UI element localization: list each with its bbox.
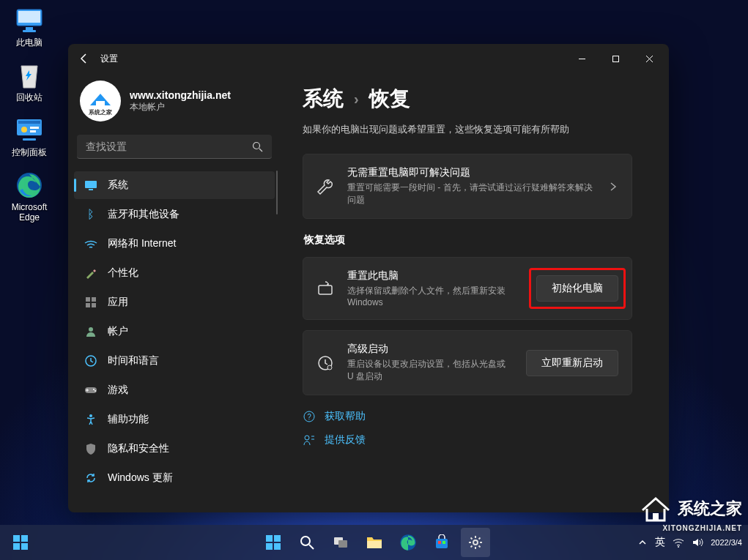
nav-label: 蓝牙和其他设备 <box>108 208 179 221</box>
desktop-icon-recycle-bin[interactable]: 回收站 <box>4 61 54 102</box>
svg-rect-50 <box>338 540 347 548</box>
recycle-icon <box>15 61 44 90</box>
nav-label: 网络和 Internet <box>108 237 176 250</box>
apps-icon <box>84 296 97 309</box>
nav-item-gaming[interactable]: 游戏 <box>74 376 275 404</box>
svg-point-6 <box>21 127 27 132</box>
svg-point-31 <box>89 414 92 417</box>
feedback-link[interactable]: 提供反馈 <box>303 433 632 447</box>
widgets-button[interactable] <box>6 528 35 557</box>
nav-label: 隐私和安全性 <box>108 442 169 455</box>
wrench-icon <box>316 178 334 195</box>
svg-point-47 <box>301 537 310 545</box>
advanced-startup-card: 高级启动 重启设备以更改启动设置，包括从光盘或 U 盘启动 立即重新启动 <box>303 330 632 395</box>
monitor-icon <box>15 6 44 35</box>
svg-rect-45 <box>266 543 273 550</box>
restart-now-button[interactable]: 立即重新启动 <box>526 350 618 376</box>
svg-rect-43 <box>266 535 273 542</box>
nav-label: 帐户 <box>108 325 128 338</box>
get-help-link[interactable]: ?获取帮助 <box>303 410 632 423</box>
troubleshoot-card[interactable]: 无需重置电脑即可解决问题 重置可能需要一段时间 - 首先，请尝试通过运行疑难解答… <box>303 154 632 219</box>
desktop-icon-label: 控制面板 <box>12 147 47 157</box>
nav-item-accessibility[interactable]: 辅助功能 <box>74 406 275 433</box>
start-button[interactable] <box>259 528 288 557</box>
desktop-icon-control-panel[interactable]: 控制面板 <box>4 116 54 157</box>
svg-text:?: ? <box>307 413 311 421</box>
tray-datetime[interactable]: 2022/3/4 <box>711 538 742 547</box>
nav-item-apps[interactable]: 应用 <box>74 288 275 316</box>
svg-rect-40 <box>21 535 28 542</box>
edge-taskbar-button[interactable] <box>393 528 423 557</box>
svg-rect-41 <box>13 543 20 550</box>
wifi-icon[interactable] <box>673 537 684 548</box>
chevron-right-icon: › <box>354 91 359 108</box>
nav-item-time[interactable]: 时间和语言 <box>74 347 275 375</box>
desktop-icon-edge[interactable]: Microsoft Edge <box>4 171 54 223</box>
chevron-right-icon <box>608 182 618 192</box>
breadcrumb-parent[interactable]: 系统 <box>303 85 344 113</box>
back-icon[interactable] <box>78 53 90 64</box>
svg-rect-55 <box>442 541 445 544</box>
svg-rect-24 <box>86 303 90 307</box>
user-block[interactable]: 系统之家 www.xitongzhijia.net 本地帐户 <box>74 73 275 135</box>
file-explorer-button[interactable] <box>360 528 389 557</box>
svg-point-34 <box>327 365 332 370</box>
desktop-icon-this-pc[interactable]: 此电脑 <box>4 6 54 48</box>
reset-pc-card: 重置此电脑 选择保留或删除个人文件，然后重新安装 Windows 初始化电脑 <box>303 257 632 320</box>
svg-point-29 <box>93 389 95 390</box>
store-button[interactable] <box>427 528 456 557</box>
nav-item-personalize[interactable]: 个性化 <box>74 259 275 287</box>
svg-rect-16 <box>96 101 105 108</box>
search-box[interactable] <box>77 135 272 159</box>
settings-sidebar: 系统之家 www.xitongzhijia.net 本地帐户 系统ᛒ蓝牙和其他设… <box>68 73 281 512</box>
time-icon <box>84 354 97 367</box>
nav-item-network[interactable]: 网络和 Internet <box>74 230 275 258</box>
house-icon <box>640 494 672 523</box>
nav-item-privacy[interactable]: 隐私和安全性 <box>74 435 275 463</box>
desktop-icon-label: 此电脑 <box>16 37 42 48</box>
svg-rect-12 <box>612 56 618 61</box>
edge-icon <box>15 171 44 200</box>
svg-rect-22 <box>86 297 90 302</box>
page-subheading: 如果你的电脑出现问题或希望重置，这些恢复选项可能有所帮助 <box>303 123 632 136</box>
nav-label: Windows 更新 <box>108 471 173 485</box>
nav-label: 时间和语言 <box>108 354 159 367</box>
help-icon: ? <box>303 410 316 423</box>
svg-rect-2 <box>26 27 33 30</box>
card-desc: 选择保留或删除个人文件，然后重新安装 Windows <box>347 285 523 307</box>
bluetooth-icon: ᛒ <box>84 208 97 221</box>
system-tray[interactable]: 英 2022/3/4 <box>637 536 742 549</box>
svg-rect-9 <box>23 138 36 141</box>
reset-pc-button[interactable]: 初始化电脑 <box>536 275 618 302</box>
gaming-icon <box>84 384 97 397</box>
svg-rect-44 <box>274 535 281 542</box>
user-name: www.xitongzhijia.net <box>130 89 231 101</box>
nav-item-accounts[interactable]: 帐户 <box>74 318 275 346</box>
desktop-icon-label: Microsoft Edge <box>4 202 54 223</box>
ime-indicator[interactable]: 英 <box>655 536 665 549</box>
svg-rect-20 <box>85 181 97 188</box>
svg-rect-1 <box>18 11 40 23</box>
nav-item-update[interactable]: Windows 更新 <box>74 464 275 492</box>
minimize-button[interactable] <box>565 47 599 70</box>
watermark: 系统之家 XITONGZHIJIA.NET <box>640 494 742 523</box>
nav-item-bluetooth[interactable]: ᛒ蓝牙和其他设备 <box>74 201 275 228</box>
window-title: 设置 <box>100 53 118 65</box>
titlebar: 设置 <box>68 44 669 73</box>
chevron-up-icon[interactable] <box>637 537 648 548</box>
volume-icon[interactable] <box>692 537 703 548</box>
svg-line-48 <box>309 545 314 549</box>
accounts-icon <box>84 325 97 338</box>
accessibility-icon <box>84 413 97 426</box>
close-button[interactable] <box>632 47 666 70</box>
task-view-button[interactable] <box>326 528 355 557</box>
network-icon <box>84 237 97 250</box>
settings-taskbar-button[interactable] <box>461 528 490 557</box>
svg-rect-5 <box>18 121 40 124</box>
nav-item-system[interactable]: 系统 <box>74 171 275 199</box>
taskbar-search-button[interactable] <box>292 528 322 557</box>
svg-line-19 <box>259 149 262 152</box>
maximize-button[interactable] <box>599 47 632 70</box>
search-input[interactable] <box>86 141 252 152</box>
nav-label: 辅助功能 <box>108 413 149 426</box>
